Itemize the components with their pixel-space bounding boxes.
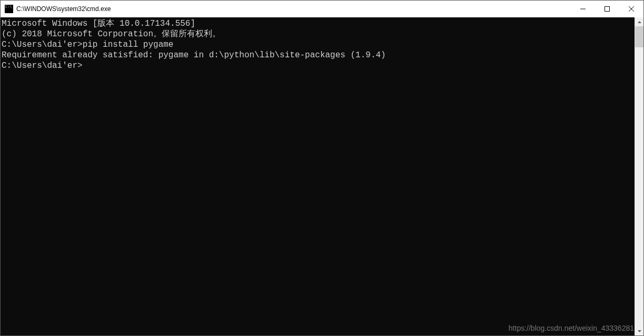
- svg-rect-1: [605, 7, 610, 12]
- titlebar[interactable]: C:\WINDOWS\system32\cmd.exe: [1, 1, 643, 17]
- terminal-line: C:\Users\dai'er>pip install pygame: [2, 39, 635, 50]
- svg-marker-4: [638, 21, 641, 23]
- terminal-line: C:\Users\dai'er>: [2, 60, 635, 71]
- scroll-down-button[interactable]: [635, 327, 643, 335]
- scroll-track[interactable]: [635, 26, 643, 327]
- scroll-up-button[interactable]: [635, 17, 643, 26]
- cmd-icon: [5, 5, 13, 13]
- cmd-window: C:\WINDOWS\system32\cmd.exe Microsoft Wi…: [0, 0, 644, 336]
- client-area: Microsoft Windows [版本 10.0.17134.556](c)…: [1, 17, 643, 335]
- scroll-thumb[interactable]: [635, 26, 643, 47]
- window-title: C:\WINDOWS\system32\cmd.exe: [16, 5, 571, 13]
- maximize-button[interactable]: [595, 1, 619, 17]
- terminal-line: Microsoft Windows [版本 10.0.17134.556]: [2, 18, 635, 29]
- window-controls: [571, 1, 643, 17]
- minimize-button[interactable]: [571, 1, 595, 17]
- terminal-output[interactable]: Microsoft Windows [版本 10.0.17134.556](c)…: [1, 17, 635, 335]
- close-button[interactable]: [619, 1, 643, 17]
- vertical-scrollbar[interactable]: [635, 17, 643, 335]
- terminal-line: (c) 2018 Microsoft Corporation。保留所有权利。: [2, 29, 635, 39]
- svg-marker-5: [638, 330, 641, 332]
- terminal-line: Requirement already satisfied: pygame in…: [2, 50, 635, 60]
